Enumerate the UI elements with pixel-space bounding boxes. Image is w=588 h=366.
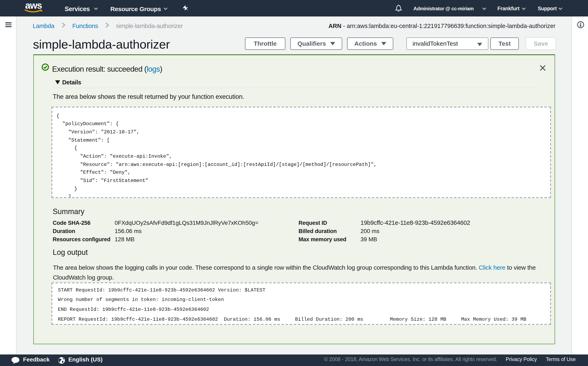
svg-text:aws: aws xyxy=(25,2,42,11)
